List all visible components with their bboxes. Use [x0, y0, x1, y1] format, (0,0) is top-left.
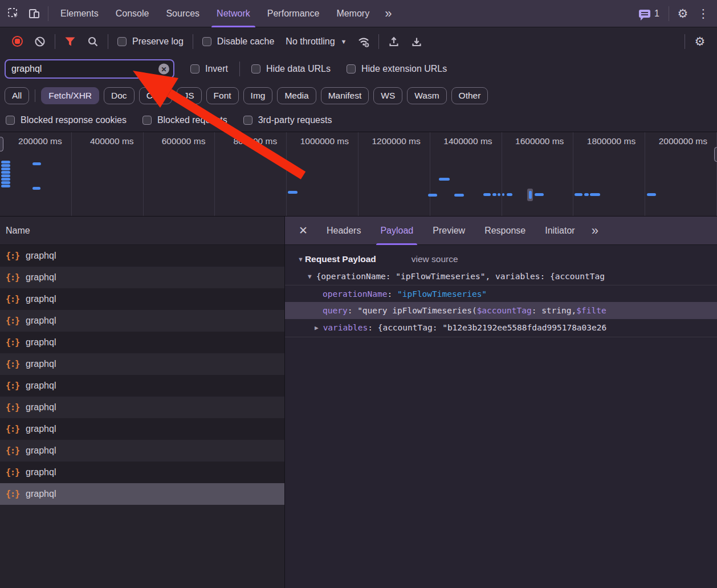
- request-row[interactable]: {:} graphql: [0, 462, 284, 483]
- inspect-element-icon[interactable]: [3, 4, 24, 23]
- device-toolbar-icon[interactable]: [24, 4, 44, 23]
- detail-tab[interactable]: Headers: [317, 217, 370, 245]
- detail-more-tabs-icon[interactable]: »: [585, 223, 604, 238]
- request-payload-section[interactable]: ▼ Request Payload view source: [285, 251, 717, 268]
- payload-query-row[interactable]: query: "query ipFlowTimeseries($accountT…: [285, 302, 717, 319]
- request-name: graphql: [26, 272, 56, 283]
- more-tabs-icon[interactable]: »: [378, 6, 397, 21]
- request-row[interactable]: {:} graphql: [0, 332, 284, 353]
- main-tab[interactable]: Memory: [328, 0, 378, 27]
- json-request-icon: {:}: [6, 467, 19, 477]
- resource-chip[interactable]: Other: [451, 87, 488, 104]
- settings-gear-icon[interactable]: ⚙: [673, 4, 693, 23]
- search-icon[interactable]: [83, 32, 103, 51]
- request-bar: [647, 193, 656, 196]
- invert-checkbox[interactable]: Invert: [185, 64, 234, 74]
- resource-chip[interactable]: Doc: [104, 87, 135, 104]
- request-bar: [1, 168, 10, 170]
- main-tabs: ElementsConsoleSourcesNetworkPerformance…: [52, 0, 378, 27]
- resource-chip[interactable]: Manifest: [321, 87, 369, 104]
- detail-tab[interactable]: Preview: [423, 217, 475, 245]
- resource-chip[interactable]: CSS: [139, 87, 172, 104]
- preserve-log-checkbox[interactable]: Preserve log: [112, 36, 189, 47]
- request-bar: [507, 193, 512, 196]
- request-bar: [1, 185, 10, 187]
- detail-tab[interactable]: Response: [475, 217, 535, 245]
- request-row[interactable]: {:} graphql: [0, 440, 284, 462]
- clear-filter-icon[interactable]: ✕: [158, 64, 169, 75]
- divider: [108, 34, 108, 49]
- timeline-scroll-handle-left[interactable]: [0, 137, 3, 152]
- payload-summary-row[interactable]: ▼ {operationName: "ipFlowTimeseries", va…: [285, 268, 717, 285]
- json-request-icon: {:}: [6, 489, 19, 499]
- chip-all[interactable]: All: [5, 87, 29, 104]
- request-name: graphql: [26, 489, 56, 499]
- main-tab[interactable]: Performance: [259, 0, 328, 27]
- timeline-scroll-handle-right[interactable]: [714, 147, 717, 162]
- hide-data-urls-checkbox[interactable]: Hide data URLs: [246, 64, 336, 74]
- filter-icon[interactable]: [60, 32, 80, 51]
- kebab-menu-icon[interactable]: ⋮: [693, 4, 714, 23]
- main-tab[interactable]: Sources: [157, 0, 208, 27]
- main-tab[interactable]: Elements: [52, 0, 107, 27]
- timeline-column: 1200000 ms: [358, 132, 430, 216]
- resource-chip[interactable]: Media: [277, 87, 316, 104]
- divider: [285, 337, 717, 337]
- payload-operation-row[interactable]: operationName: "ipFlowTimeseries": [285, 285, 717, 302]
- name-column-header[interactable]: Name: [0, 217, 284, 245]
- resource-chip[interactable]: Wasm: [407, 87, 446, 104]
- close-detail-icon[interactable]: ✕: [290, 224, 317, 237]
- issues-button[interactable]: 1: [633, 9, 665, 19]
- divider: [239, 62, 240, 76]
- filter-input[interactable]: [6, 64, 173, 74]
- network-settings-gear-icon[interactable]: ⚙: [690, 32, 710, 51]
- request-row[interactable]: {:} graphql: [0, 418, 284, 440]
- expand-triangle-icon[interactable]: ▶: [315, 324, 319, 332]
- main-tab[interactable]: Network: [208, 0, 259, 27]
- resource-chip[interactable]: Font: [206, 87, 239, 104]
- network-overview-timeline[interactable]: 200000 ms400000 ms600000 ms800000 ms1000…: [0, 132, 717, 217]
- request-name: graphql: [26, 251, 56, 261]
- requests-list: {:} graphql {:} graphql {:} graphql {:} …: [0, 245, 284, 588]
- request-row[interactable]: {:} graphql: [0, 397, 284, 418]
- hide-extension-urls-checkbox[interactable]: Hide extension URLs: [341, 64, 453, 74]
- request-row[interactable]: {:} graphql: [0, 245, 284, 267]
- request-name: graphql: [26, 381, 56, 391]
- request-row[interactable]: {:} graphql: [0, 375, 284, 397]
- json-request-icon: {:}: [6, 359, 19, 369]
- json-request-icon: {:}: [6, 337, 19, 348]
- network-conditions-icon[interactable]: [353, 32, 374, 51]
- request-row[interactable]: {:} graphql: [0, 353, 284, 375]
- collapse-triangle-icon[interactable]: ▼: [298, 256, 304, 263]
- blocked-filter-checkbox[interactable]: Blocked response cookies: [6, 115, 127, 125]
- main-tab[interactable]: Console: [107, 0, 158, 27]
- payload-variables-row[interactable]: ▶ variables: {accountTag: "b12e3b2192ee5…: [285, 319, 717, 336]
- checkbox: [243, 116, 252, 125]
- request-bar: [527, 189, 533, 201]
- request-bar: [502, 193, 504, 196]
- blocked-filter-checkbox[interactable]: 3rd-party requests: [243, 115, 332, 125]
- resource-chip[interactable]: Fetch/XHR: [41, 87, 99, 104]
- disable-cache-checkbox[interactable]: Disable cache: [197, 36, 280, 47]
- blocked-filter-checkbox[interactable]: Blocked requests: [142, 115, 227, 125]
- resource-chip[interactable]: JS: [177, 87, 202, 104]
- detail-tab[interactable]: Payload: [370, 217, 423, 245]
- import-har-icon[interactable]: [384, 32, 404, 51]
- divider: [48, 6, 48, 21]
- throttling-select[interactable]: No throttling ▼: [280, 36, 352, 47]
- resource-chip[interactable]: WS: [373, 87, 402, 104]
- request-row[interactable]: {:} graphql: [0, 288, 284, 310]
- export-har-icon[interactable]: [406, 32, 427, 51]
- detail-tab[interactable]: Initiator: [535, 217, 584, 245]
- request-bar: [439, 178, 450, 181]
- collapse-triangle-icon[interactable]: ▼: [308, 273, 312, 280]
- request-row[interactable]: {:} graphql: [0, 483, 284, 505]
- resource-chip[interactable]: Img: [243, 87, 273, 104]
- view-source-link[interactable]: view source: [412, 254, 458, 264]
- request-row[interactable]: {:} graphql: [0, 310, 284, 332]
- divider: [378, 34, 379, 49]
- record-network-log-button[interactable]: [7, 32, 27, 51]
- clear-network-log-icon[interactable]: [30, 32, 50, 51]
- resource-type-filter-row: All Fetch/XHRDocCSSJSFontImgMediaManifes…: [0, 83, 717, 109]
- request-row[interactable]: {:} graphql: [0, 267, 284, 288]
